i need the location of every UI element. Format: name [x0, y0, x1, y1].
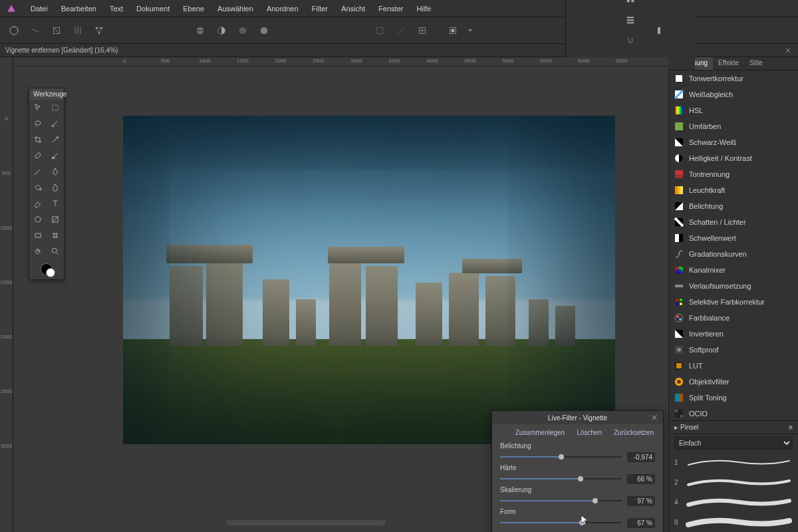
fill-tool[interactable]: [29, 180, 47, 196]
eraser-tool[interactable]: [29, 196, 47, 211]
adjustment-sh[interactable]: Schatten / Lichter: [669, 214, 798, 230]
adjustment-softproof[interactable]: Softproof: [669, 342, 798, 358]
brush-menu-icon[interactable]: ≡: [789, 424, 793, 431]
adjustment-vibrance[interactable]: Leuchtkraft: [669, 182, 798, 198]
mode-3-icon[interactable]: [235, 23, 250, 38]
brush-select-tool[interactable]: [47, 116, 64, 132]
horizontal-scrollbar[interactable]: [226, 520, 386, 525]
menu-hilfe[interactable]: Hilfe: [410, 1, 438, 17]
adjustment-split[interactable]: Split Toning: [669, 390, 798, 406]
dialog-titlebar[interactable]: Live-Filter - Vignette: [492, 411, 663, 424]
grid-view-icon[interactable]: [623, 0, 638, 6]
tab-effekte[interactable]: Effekte: [713, 57, 744, 70]
menu-ansicht[interactable]: Ansicht: [334, 1, 372, 17]
list-view-icon[interactable]: [623, 13, 638, 27]
scale-slider[interactable]: [500, 496, 622, 505]
adjustment-gradmap[interactable]: Verlaufsumsetzung: [669, 278, 798, 294]
adjustment-bc[interactable]: Helligkeit / Kontrast: [669, 150, 798, 166]
gradient-tool[interactable]: [47, 211, 64, 227]
adjustment-posterize[interactable]: Tontrennung: [669, 166, 798, 182]
persona-export-icon[interactable]: [92, 23, 106, 38]
brush-row[interactable]: 2: [669, 472, 798, 492]
color-swatch[interactable]: [29, 259, 64, 279]
mesh-tool[interactable]: [47, 227, 64, 243]
adjustment-hsl[interactable]: HSL: [669, 102, 798, 118]
adjustment-curves[interactable]: Gradationskurven: [669, 246, 798, 262]
tab-stile[interactable]: Stile: [744, 57, 767, 70]
exposure-slider[interactable]: [500, 452, 622, 462]
lasso-tool[interactable]: [29, 116, 47, 132]
info-icon[interactable]: [652, 23, 666, 38]
menu-dokument[interactable]: Dokument: [130, 1, 176, 17]
close-tab-icon[interactable]: [783, 46, 793, 55]
persona-develop-icon[interactable]: [49, 23, 64, 38]
exposure-value[interactable]: -0,974: [627, 452, 655, 462]
merge-button[interactable]: Zusammenlegen: [511, 427, 569, 438]
clone-tool[interactable]: [47, 148, 64, 164]
hardness-value[interactable]: 66 %: [627, 474, 655, 484]
document-canvas[interactable]: [123, 116, 615, 444]
menu-text[interactable]: Text: [103, 1, 130, 17]
persona-tone-icon[interactable]: [70, 23, 85, 38]
hardness-slider[interactable]: [500, 474, 622, 483]
heal-tool[interactable]: [29, 148, 47, 164]
inpaint-tool[interactable]: [29, 164, 47, 180]
persona-liquify-icon[interactable]: [28, 23, 43, 38]
mode-4-icon[interactable]: [257, 23, 271, 38]
adjustment-lens[interactable]: Objektivfilter: [669, 374, 798, 390]
close-dialog-icon[interactable]: [650, 413, 659, 422]
brush-expand-icon[interactable]: ▸: [674, 424, 678, 431]
reset-button[interactable]: Zurücksetzen: [610, 427, 658, 438]
brush-row[interactable]: 4: [669, 492, 798, 512]
sel-rect-icon[interactable]: [372, 23, 387, 38]
adjustment-channel[interactable]: Kanalmixer: [669, 262, 798, 278]
crop-tool[interactable]: [29, 132, 47, 148]
dialog-title: Live-Filter - Vignette: [548, 414, 607, 422]
menu-bearbeiten[interactable]: Bearbeiten: [55, 1, 103, 17]
persona-photo-icon[interactable]: [7, 23, 21, 38]
menu-fenster[interactable]: Fenster: [372, 1, 410, 17]
adjustment-exposure[interactable]: Belichtung: [669, 198, 798, 214]
brush-preset-select[interactable]: Einfach: [674, 437, 793, 450]
canvas-area[interactable]: 0 500 1000 1500 2000 2500 3000 3500 4000…: [13, 57, 668, 532]
sel-diag-icon[interactable]: [394, 23, 408, 38]
adjustment-lut[interactable]: LUT: [669, 358, 798, 374]
adjustment-recolor[interactable]: Umfärben: [669, 118, 798, 134]
adjustment-ocio[interactable]: OCIO: [669, 406, 798, 420]
eyedropper-tool[interactable]: [47, 132, 64, 148]
marquee-tool[interactable]: [47, 100, 64, 116]
adjustment-bw[interactable]: Schwarz-Weiß: [669, 134, 798, 150]
mode-2-icon[interactable]: [214, 23, 229, 38]
adjustment-wb[interactable]: Weißabgleich: [669, 86, 798, 102]
delete-button[interactable]: Löschen: [573, 427, 606, 438]
adjustment-threshold[interactable]: Schwellenwert: [669, 230, 798, 246]
menu-anordnen[interactable]: Anordnen: [260, 1, 305, 17]
quickmask-icon[interactable]: [446, 23, 460, 38]
mode-1-icon[interactable]: [193, 23, 207, 38]
move-tool[interactable]: [29, 100, 47, 116]
dropdown-arrow-icon[interactable]: [467, 23, 473, 38]
menu-auswaehlen[interactable]: Auswählen: [211, 1, 260, 17]
adjustment-selcolor[interactable]: Selektive Farbkorrektur: [669, 294, 798, 310]
brush-row[interactable]: 1: [669, 452, 798, 472]
adjustment-levels[interactable]: Tonwertkorrektur: [669, 70, 798, 86]
pen-tool[interactable]: [47, 164, 64, 180]
snap-icon[interactable]: [623, 34, 638, 49]
menu-ebene[interactable]: Ebene: [176, 1, 211, 17]
blur-tool[interactable]: [47, 180, 64, 196]
text-tool[interactable]: [47, 196, 64, 211]
shape-tool[interactable]: [29, 211, 47, 227]
sel-grid-icon[interactable]: [415, 23, 430, 38]
adjustment-invert[interactable]: Invertieren: [669, 326, 798, 342]
hand-tool[interactable]: [29, 243, 47, 259]
adjustment-colorbal[interactable]: Farbbalance: [669, 310, 798, 326]
invert-icon: [674, 329, 684, 338]
menu-filter[interactable]: Filter: [305, 1, 334, 17]
scale-value[interactable]: 97 %: [627, 496, 655, 506]
zoom-tool[interactable]: [47, 243, 64, 259]
shape-value[interactable]: 67 %: [627, 518, 655, 528]
brush-row[interactable]: 8: [669, 512, 798, 532]
rect-tool[interactable]: [29, 227, 47, 243]
shape-slider[interactable]: [500, 518, 622, 527]
menu-datei[interactable]: Datei: [24, 1, 55, 17]
